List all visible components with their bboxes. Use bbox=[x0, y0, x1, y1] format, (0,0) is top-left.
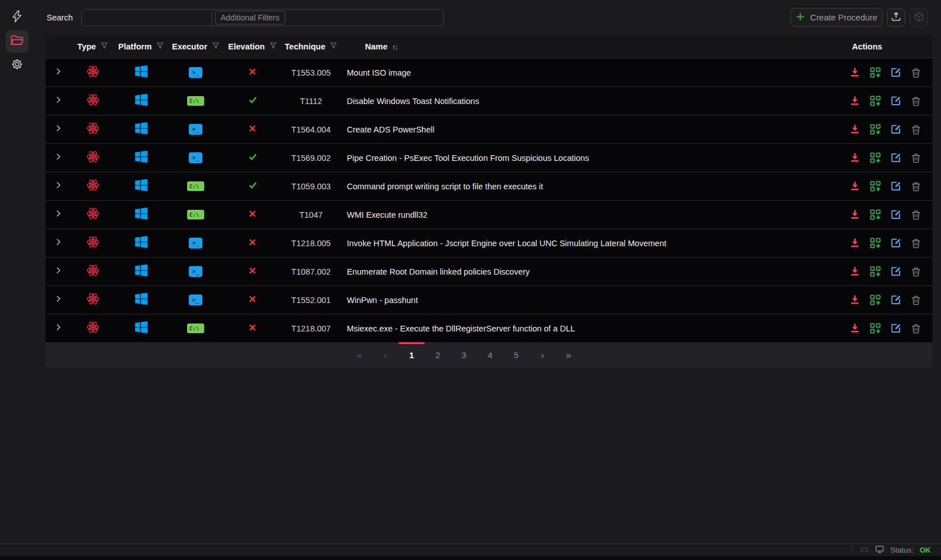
expand-row-button[interactable] bbox=[54, 67, 63, 78]
sidebar bbox=[0, 0, 34, 544]
technique-id: T1218.005 bbox=[281, 239, 341, 248]
monitor-icon bbox=[875, 545, 884, 555]
pagination-page-4[interactable]: 4 bbox=[481, 342, 499, 368]
expand-row-button[interactable] bbox=[54, 96, 63, 106]
sort-icon[interactable]: ↑↓ bbox=[392, 43, 397, 51]
expand-row-button[interactable] bbox=[54, 323, 63, 334]
upload-button[interactable] bbox=[887, 9, 905, 27]
add-to-set-button[interactable] bbox=[870, 209, 881, 220]
download-button[interactable] bbox=[849, 323, 860, 334]
download-button[interactable] bbox=[849, 152, 860, 163]
expand-row-button[interactable] bbox=[54, 209, 63, 220]
additional-filters-select[interactable]: Additional Filters bbox=[212, 9, 443, 26]
sidebar-item-thunderbolt[interactable] bbox=[6, 6, 28, 29]
elevation-no-icon bbox=[248, 266, 257, 277]
search-input[interactable] bbox=[81, 9, 218, 26]
delete-button[interactable] bbox=[911, 238, 921, 248]
procedure-name: Mount ISO image bbox=[341, 68, 802, 77]
delete-button[interactable] bbox=[911, 267, 921, 277]
download-button[interactable] bbox=[849, 67, 860, 78]
filter-icon-elevation[interactable] bbox=[270, 42, 277, 51]
pagination-prev[interactable]: ‹ bbox=[376, 342, 395, 368]
edit-button[interactable] bbox=[890, 238, 901, 248]
delete-button[interactable] bbox=[911, 153, 921, 163]
windows-icon bbox=[134, 150, 148, 166]
filter-icon-platform[interactable] bbox=[156, 42, 164, 51]
edit-button[interactable] bbox=[890, 124, 901, 135]
chevron-right-icon bbox=[54, 152, 63, 163]
table-header-row: Type Platform Executor Elevation Techniq… bbox=[45, 35, 932, 58]
delete-button[interactable] bbox=[911, 210, 921, 220]
expand-row-button[interactable] bbox=[54, 181, 63, 192]
delete-button[interactable] bbox=[911, 96, 921, 106]
delete-button[interactable] bbox=[911, 125, 921, 135]
delete-button[interactable] bbox=[911, 181, 921, 192]
powershell-executor-icon: >_ bbox=[189, 294, 202, 305]
expand-row-button[interactable] bbox=[54, 152, 63, 163]
toolbar: Search Additional Filters Create Procedu… bbox=[45, 0, 941, 35]
chevron-right-icon bbox=[54, 323, 63, 334]
download-button[interactable] bbox=[849, 266, 860, 277]
powershell-executor-icon: >_ bbox=[189, 266, 202, 277]
atomic-test-icon bbox=[85, 92, 101, 110]
download-button[interactable] bbox=[849, 96, 860, 106]
filter-icon-technique[interactable] bbox=[330, 42, 337, 51]
pagination-jump-last[interactable]: » bbox=[559, 342, 578, 368]
add-to-set-button[interactable] bbox=[870, 152, 881, 163]
filter-icon-type[interactable] bbox=[101, 42, 108, 51]
delete-button[interactable] bbox=[911, 295, 921, 305]
chevron-right-icon bbox=[54, 266, 63, 277]
add-to-set-button[interactable] bbox=[870, 238, 881, 248]
additional-filters-placeholder: Additional Filters bbox=[215, 11, 285, 24]
add-to-set-button[interactable] bbox=[870, 266, 881, 277]
download-button[interactable] bbox=[849, 124, 860, 135]
delete-button[interactable] bbox=[911, 68, 921, 78]
windows-icon bbox=[134, 64, 148, 81]
pagination-jump-first[interactable]: « bbox=[350, 342, 368, 368]
pagination-page-1[interactable]: 1 bbox=[403, 342, 421, 368]
edit-button[interactable] bbox=[890, 209, 901, 220]
edit-button[interactable] bbox=[890, 96, 901, 106]
chevron-right-icon bbox=[54, 209, 63, 220]
add-to-set-button[interactable] bbox=[870, 67, 881, 78]
create-procedure-button[interactable]: Create Procedure bbox=[790, 8, 882, 27]
edit-button[interactable] bbox=[890, 266, 901, 277]
procedure-name: WinPwn - passhunt bbox=[341, 296, 802, 305]
expand-row-button[interactable] bbox=[54, 238, 63, 248]
plus-icon bbox=[795, 12, 805, 23]
pagination-page-3[interactable]: 3 bbox=[455, 342, 473, 368]
add-to-set-button[interactable] bbox=[870, 323, 881, 334]
col-header-actions: Actions bbox=[852, 42, 882, 51]
add-to-set-button[interactable] bbox=[870, 294, 881, 305]
edit-button[interactable] bbox=[890, 181, 901, 192]
table-row: >_ C:\ T1564.004 Create ADS PowerShell bbox=[45, 115, 932, 143]
pagination-page-5[interactable]: 5 bbox=[507, 342, 525, 368]
download-button[interactable] bbox=[849, 238, 860, 248]
delete-button[interactable] bbox=[911, 323, 921, 334]
windows-icon bbox=[134, 206, 148, 223]
expand-row-button[interactable] bbox=[54, 266, 63, 277]
expand-row-button[interactable] bbox=[54, 294, 63, 305]
pagination-next[interactable]: › bbox=[533, 342, 552, 368]
elevation-yes-icon bbox=[248, 95, 258, 107]
sandbox-button[interactable] bbox=[910, 9, 928, 27]
sidebar-item-procedures[interactable] bbox=[6, 30, 28, 53]
sidebar-item-settings[interactable] bbox=[6, 54, 28, 77]
download-button[interactable] bbox=[849, 294, 860, 305]
download-button[interactable] bbox=[849, 209, 860, 220]
expand-row-button[interactable] bbox=[54, 124, 63, 135]
filter-icon-executor[interactable] bbox=[212, 42, 219, 51]
edit-button[interactable] bbox=[890, 67, 901, 78]
edit-button[interactable] bbox=[890, 323, 901, 334]
edit-button[interactable] bbox=[890, 294, 901, 305]
pagination-page-2[interactable]: 2 bbox=[429, 342, 447, 368]
col-header-technique: Technique bbox=[285, 42, 325, 51]
edit-button[interactable] bbox=[890, 152, 901, 163]
elevation-yes-icon bbox=[248, 152, 258, 164]
add-to-set-button[interactable] bbox=[870, 124, 881, 135]
add-to-set-button[interactable] bbox=[870, 181, 881, 192]
procedure-name: Msiexec.exe - Execute the DllRegisterSer… bbox=[341, 324, 802, 333]
download-button[interactable] bbox=[849, 181, 860, 192]
add-to-set-button[interactable] bbox=[870, 96, 881, 106]
technique-id: T1059.003 bbox=[281, 182, 341, 191]
